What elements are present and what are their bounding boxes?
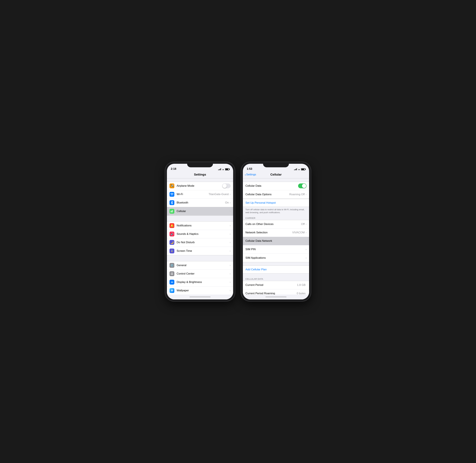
cellular-data-toggle-thumb [302,184,306,188]
back-chevron-icon: ‹ [245,173,246,176]
cellular-data-group: Current Period 1.8 GB Current Period Roa… [243,281,309,294]
sim-apps-label: SIM Applications [246,256,306,259]
wifi-status-icon-2: ▲ [298,168,300,170]
carrier-group: Calls on Other Devices Off › Network Sel… [243,220,309,262]
general-label: General [177,264,230,267]
settings-row-airplane[interactable]: ✈️ Airplane Mode [167,182,233,190]
section-gap-3 [167,255,233,261]
current-period-value: 1.8 GB [297,284,306,287]
status-icons-2: ▲ [294,168,305,170]
home-bar [190,296,211,297]
settings-row-notifications[interactable]: 🔔 Notifications › [167,222,233,230]
notifications-icon: 🔔 [169,223,174,228]
sounds-chevron: › [230,232,230,235]
sounds-icon: 🔊 [169,232,174,236]
display-icon: AA [169,280,174,285]
cellular-gap-2 [243,262,309,266]
dnd-chevron: › [230,241,230,244]
general-chevron: › [230,264,230,267]
data-network-chevron: › [306,240,307,242]
airplane-label: Airplane Mode [177,184,222,187]
hotspot-link-row[interactable]: Set Up Personal Hotspot [243,199,309,207]
back-button[interactable]: ‹ Settings [245,173,256,176]
data-options-label: Cellular Data Options [246,193,289,196]
current-period-roaming-label: Current Period Roaming [246,292,297,294]
cellular-chevron: › [230,210,230,213]
battery-icon [225,168,229,170]
status-time: 2:18 [171,167,176,170]
wifi-value: TitanGate-Guest [209,193,229,196]
network-selection-chevron: › [306,231,307,234]
cellular-gap-3 [243,274,309,277]
settings-content: ✈️ Airplane Mode [167,178,233,294]
screen-settings: 2:18 ▲ Settings [167,164,233,299]
settings-row-current-period-roaming[interactable]: Current Period Roaming 0 bytes [243,289,309,294]
settings-row-data-options[interactable]: Cellular Data Options Roaming Off › [243,190,309,199]
hotspot-link[interactable]: Set Up Personal Hotspot [246,201,276,205]
section-gap-1 [167,178,233,182]
settings-row-wallpaper[interactable]: ❋ Wallpaper › [167,286,233,294]
section-gap-2 [167,216,233,221]
calls-other-label: Calls on Other Devices [246,223,301,226]
home-bar-2 [265,296,286,297]
add-plan-link-row[interactable]: Add Cellular Plan [243,266,309,274]
settings-row-sim-pin[interactable]: SIM PIN › [243,245,309,254]
data-network-label: Cellular Data Network [246,239,306,242]
settings-row-calls-other[interactable]: Calls on Other Devices Off › [243,220,309,229]
settings-row-wifi[interactable]: Wi-Fi TitanGate-Guest › [167,190,233,199]
add-plan-link[interactable]: Add Cellular Plan [246,268,267,271]
network-selection-value: VIVACOM [292,231,305,234]
home-indicator-2[interactable] [243,294,309,299]
settings-row-sounds[interactable]: 🔊 Sounds & Haptics › [167,230,233,238]
settings-row-control-center[interactable]: Control Center › [167,270,233,278]
settings-row-data-network[interactable]: Cellular Data Network › [243,237,309,245]
cellular-gap-1 [243,178,309,182]
cellular-settings-list[interactable]: Cellular Data Cellular Data Options Roam… [243,178,309,294]
settings-row-network-selection[interactable]: Network Selection VIVACOM › [243,229,309,237]
settings-row-general[interactable]: ⚙️ General › [167,261,233,270]
sounds-label: Sounds & Haptics [177,232,230,236]
airplane-toggle[interactable] [222,183,230,188]
settings-list[interactable]: ✈️ Airplane Mode [167,178,233,294]
wallpaper-icon: ❋ [169,288,174,293]
general-icon: ⚙️ [169,263,174,268]
cellular-data-label: Cellular Data [246,184,298,187]
svg-rect-2 [172,210,173,212]
settings-row-current-period[interactable]: Current Period 1.8 GB [243,281,309,289]
wifi-label: Wi-Fi [177,193,209,196]
iphone-settings: 2:18 ▲ Settings [165,162,235,301]
settings-row-cellular-data[interactable]: Cellular Data [243,182,309,190]
settings-group-general: ⚙️ General › Contr [167,261,233,294]
current-period-label: Current Period [246,284,297,287]
cellular-data-toggle[interactable] [298,183,307,188]
settings-row-screen-time[interactable]: ⌛ Screen Time › [167,247,233,255]
calls-other-chevron: › [306,223,307,226]
sim-pin-chevron: › [306,248,307,251]
screen-time-chevron: › [230,249,230,252]
display-chevron: › [230,281,230,284]
cellular-note: Turn off cellular data to restrict all d… [243,207,309,216]
notifications-label: Notifications [177,224,230,227]
settings-row-dnd[interactable]: 🌙 Do Not Disturb › [167,238,233,247]
settings-row-cellular[interactable]: Cellular › [167,207,233,215]
wallpaper-chevron: › [230,289,230,292]
wallpaper-label: Wallpaper [177,289,230,292]
status-time-2: 1:53 [247,167,252,170]
carrier-header: CARRIER [243,216,309,220]
cellular-data-header: CELLULAR DATA [243,277,309,281]
cellular-content: Cellular Data Cellular Data Options Roam… [243,178,309,294]
settings-row-bluetooth[interactable]: Bluetooth On › [167,199,233,207]
svg-point-4 [171,273,172,274]
svg-point-6 [171,274,172,275]
screen-cellular: 1:53 ▲ ‹ Settings Cellular [243,164,309,299]
battery-fill [226,169,228,170]
status-icons: ▲ [218,168,229,170]
home-indicator[interactable] [167,294,233,299]
settings-group-connectivity: ✈️ Airplane Mode [167,182,233,216]
settings-row-display[interactable]: AA Display & Brightness › [167,278,233,286]
network-selection-label: Network Selection [246,231,292,234]
airplane-toggle-thumb [222,184,227,188]
settings-row-sim-apps[interactable]: SIM Applications › [243,254,309,262]
display-label: Display & Brightness [177,281,230,284]
wifi-status-icon: ▲ [222,168,224,170]
